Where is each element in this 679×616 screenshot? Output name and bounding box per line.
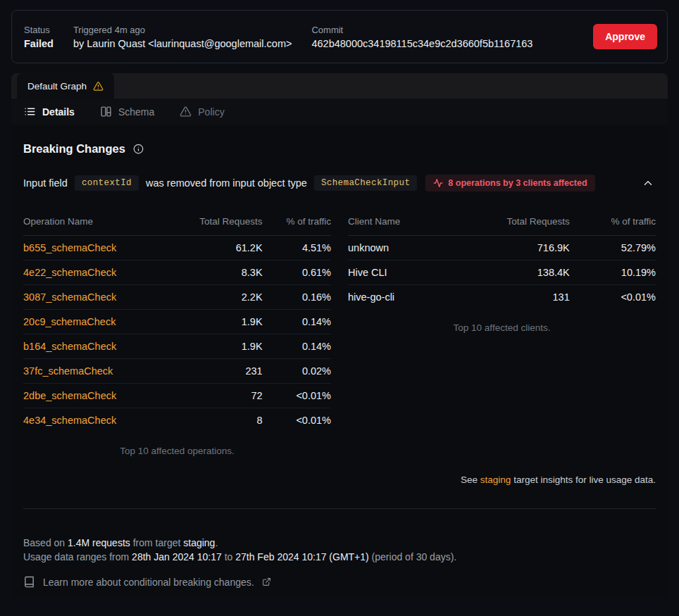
triggered-value: by Laurin Quast <laurinquast@googlemail.… (73, 38, 292, 49)
graph-tabstrip: Default Graph (11, 73, 668, 99)
summary-text: to (222, 551, 235, 562)
status-label: Status (24, 25, 54, 35)
breaking-changes-title: Breaking Changes (23, 142, 125, 156)
operations-table: Operation Name Total Requests % of traff… (23, 209, 331, 432)
table-row: 2dbe_schemaCheck 72 <0.01% (23, 384, 331, 408)
client-requests: 716.9K (449, 236, 570, 260)
operation-requests: 61.2K (166, 236, 263, 260)
clients-col-traffic: % of traffic (570, 209, 656, 236)
table-row: Hive CLI 138.4K 10.19% (348, 260, 656, 285)
triggered-label: Triggered 4m ago (73, 25, 292, 35)
usage-summary-line1: Based on 1.4M requests from target stagi… (23, 536, 656, 550)
client-requests: 131 (449, 285, 570, 310)
table-row: b164_schemaCheck 1.9K 0.14% (23, 334, 331, 359)
schema-icon (100, 106, 112, 118)
tab-schema-label: Schema (118, 106, 154, 118)
client-traffic: 52.79% (570, 236, 656, 260)
operation-traffic: <0.01% (263, 408, 331, 433)
change-field-code: contextId (75, 175, 139, 191)
operations-table-container: Operation Name Total Requests % of traff… (23, 209, 331, 456)
info-icon[interactable] (133, 144, 144, 154)
operation-link[interactable]: 2dbe_schemaCheck (23, 390, 116, 401)
operation-traffic: 0.16% (263, 285, 331, 310)
operation-link[interactable]: 4e34_schemaCheck (23, 415, 116, 426)
staging-target-link[interactable]: staging (480, 474, 511, 485)
affected-badge-label: 8 operations by 3 clients affected (448, 178, 587, 188)
target-name: staging (183, 537, 215, 548)
table-row: 3087_schemaCheck 2.2K 0.16% (23, 285, 331, 310)
status-value: Failed (24, 38, 54, 49)
operation-traffic: 4.51% (263, 236, 331, 260)
change-text-middle: was removed from input object type (146, 177, 307, 189)
table-row: hive-go-cli 131 <0.01% (348, 285, 656, 310)
breaking-changes-heading: Breaking Changes (23, 142, 656, 156)
check-panel: Default Graph Details Schema Policy (11, 73, 668, 598)
client-name: unknown (348, 236, 449, 260)
table-row: 37fc_schemaCheck 231 0.02% (23, 359, 331, 384)
client-traffic: 10.19% (570, 260, 656, 285)
operation-requests: 72 (166, 384, 263, 408)
operation-requests: 1.9K (166, 334, 263, 359)
tab-policy[interactable]: Policy (180, 106, 224, 118)
graph-tab-label: Default Graph (27, 81, 87, 92)
commit-label: Commit (311, 25, 532, 35)
table-row: b655_schemaCheck 61.2K 4.51% (23, 236, 331, 260)
commit-value: 462b48000c34198115c34e9c2d3660f5b1167163 (311, 38, 532, 49)
summary-text: Based on (23, 537, 68, 548)
insights-text-after: target insights for live usage data. (511, 474, 656, 485)
insights-text-before: See (461, 474, 480, 485)
usage-summary-line2: Usage data ranges from 28th Jan 2024 10:… (23, 550, 656, 564)
panel-tabs: Details Schema Policy (11, 99, 668, 125)
summary-text: from target (130, 537, 183, 548)
operation-link[interactable]: b655_schemaCheck (23, 242, 116, 253)
chevron-up-icon[interactable] (640, 175, 656, 191)
alert-triangle-icon (180, 106, 192, 118)
range-end-date: 27th Feb 2024 10:17 (GMT+1) (235, 551, 369, 562)
operation-requests: 231 (166, 359, 263, 384)
learn-more-label: Learn more about conditional breaking ch… (43, 577, 254, 588)
list-icon (24, 106, 36, 118)
operation-requests: 1.9K (166, 310, 263, 334)
summary-text: . (215, 537, 218, 548)
change-type-code: SchemaCheckInput (314, 175, 417, 191)
status-field: Status Failed (24, 25, 54, 49)
warning-triangle-icon (93, 81, 104, 92)
clients-table-container: Client Name Total Requests % of traffic … (348, 209, 656, 456)
tab-details-label: Details (42, 106, 75, 118)
operation-link[interactable]: 20c9_schemaCheck (23, 316, 116, 327)
range-start-date: 28th Jan 2024 10:17 (132, 551, 222, 562)
request-count: 1.4M requests (68, 537, 130, 548)
operation-link[interactable]: 4e22_schemaCheck (23, 267, 116, 278)
operation-link[interactable]: 37fc_schemaCheck (23, 365, 113, 377)
tab-schema[interactable]: Schema (100, 106, 154, 118)
operation-traffic: <0.01% (263, 384, 331, 408)
affected-operations-badge: 8 operations by 3 clients affected (425, 175, 594, 191)
table-row: unknown 716.9K 52.79% (348, 236, 656, 260)
client-name: hive-go-cli (348, 285, 449, 310)
clients-table: Client Name Total Requests % of traffic … (348, 209, 656, 309)
operation-traffic: 0.02% (263, 359, 331, 384)
approve-button[interactable]: Approve (593, 24, 657, 49)
tab-default-graph[interactable]: Default Graph (17, 73, 114, 99)
tab-policy-label: Policy (198, 106, 224, 118)
section-divider (23, 508, 656, 509)
details-content: Breaking Changes Input field contextId w… (11, 125, 668, 598)
summary-text: (period of 30 days). (369, 551, 457, 562)
operation-traffic: 0.14% (263, 310, 331, 334)
operation-requests: 8 (166, 408, 263, 433)
operation-link[interactable]: 3087_schemaCheck (23, 291, 116, 303)
operation-traffic: 0.61% (263, 260, 331, 285)
breaking-change-accordion-header[interactable]: Input field contextId was removed from i… (23, 175, 656, 191)
operation-link[interactable]: b164_schemaCheck (23, 341, 116, 352)
commit-field: Commit 462b48000c34198115c34e9c2d3660f5b… (311, 25, 532, 49)
clients-col-name: Client Name (348, 209, 449, 236)
learn-more-link[interactable]: Learn more about conditional breaking ch… (23, 576, 656, 588)
clients-caption: Top 10 affected clients. (348, 322, 656, 333)
external-link-icon (262, 577, 271, 586)
usage-summary: Based on 1.4M requests from target stagi… (23, 536, 656, 564)
operation-requests: 2.2K (166, 285, 263, 310)
tab-details[interactable]: Details (24, 106, 75, 118)
operations-col-traffic: % of traffic (263, 209, 331, 236)
insights-line: See staging target insights for live usa… (23, 474, 656, 485)
table-row: 20c9_schemaCheck 1.9K 0.14% (23, 310, 331, 334)
